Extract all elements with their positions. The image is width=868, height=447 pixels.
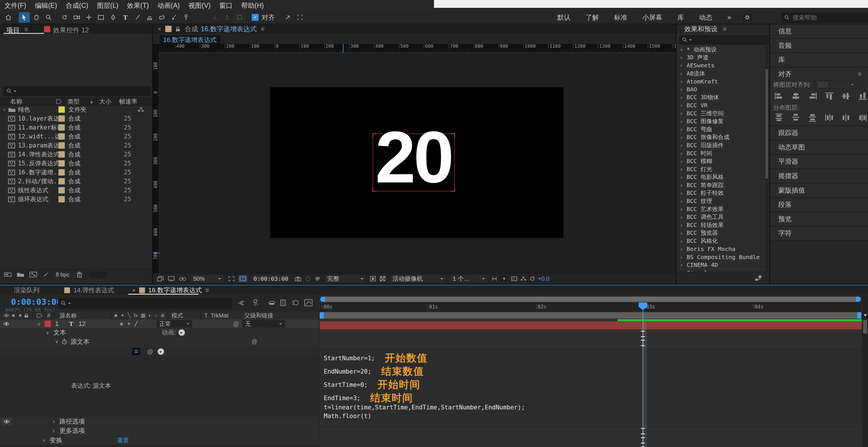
binoculars-icon[interactable]	[179, 277, 186, 281]
align-to-dropdown[interactable]: 选区	[814, 81, 857, 89]
tab-menu-icon[interactable]: ≡	[205, 287, 209, 294]
timeline-search[interactable]	[58, 298, 232, 309]
fast-previews-icon[interactable]	[501, 276, 508, 282]
project-item-row[interactable]: › 2.抖动/摆动... 合成 25	[0, 177, 152, 186]
snap-toggle[interactable]: ✓ 对齐	[252, 13, 275, 22]
disclosure-icon[interactable]: ›	[677, 230, 687, 236]
selection-tool[interactable]	[19, 12, 30, 23]
safe-margins-icon[interactable]	[239, 276, 247, 282]
playhead-line[interactable]	[643, 302, 643, 447]
effect-category-row[interactable]: › BCC 三维空间	[677, 109, 765, 118]
effect-category-row[interactable]: › BCC 时间	[677, 150, 765, 158]
project-item-row[interactable]: › 15.反弹表达式 合成 25	[0, 159, 152, 168]
workspace-gear-icon[interactable]	[742, 13, 752, 22]
project-item-row[interactable]: › 16.数字递增... 合成 25	[0, 168, 152, 177]
effect-category-row[interactable]: › BCC VR	[677, 101, 765, 109]
transform-label[interactable]: 变换	[50, 436, 62, 445]
pickwhip-icon[interactable]: @	[233, 321, 239, 327]
view-layout-dropdown[interactable]: 1 个…	[450, 275, 488, 283]
source-text-row[interactable]: ∨ 源文本 @	[0, 337, 319, 347]
effect-category-row[interactable]: › BCC 弯曲	[677, 126, 765, 134]
align-cursor-icon[interactable]	[282, 12, 293, 23]
effect-category-row[interactable]: › AESweets	[677, 62, 765, 70]
expression-line[interactable]: Math.floor(t)	[324, 413, 381, 419]
disclosure-icon[interactable]: ›	[677, 94, 687, 101]
frame-blend-icon[interactable]	[280, 299, 288, 306]
expression-toggle-row[interactable]: = @ ▸	[0, 346, 319, 357]
preview-time[interactable]: 0:00:03:00	[251, 275, 291, 283]
col-type[interactable]: 类型	[67, 97, 89, 105]
dock-panel-tab[interactable]: 字符	[770, 226, 868, 241]
pan-behind-tool[interactable]	[83, 12, 94, 23]
effect-category-row[interactable]: › Cineplus	[677, 269, 765, 272]
effect-category-row[interactable]: › BCC 灯光	[677, 165, 765, 173]
distribute-left-icon[interactable]	[825, 113, 834, 122]
expression-editor[interactable]: StartNumber=1; 开始数值 EndNumber=20; 结束数值 S…	[319, 347, 862, 424]
disclosure-icon[interactable]: ›	[677, 198, 687, 205]
disclosure-icon[interactable]: ›	[677, 86, 687, 93]
disclosure-icon[interactable]: ›	[43, 437, 45, 444]
effects-search[interactable]	[679, 35, 772, 44]
dock-panel-tab[interactable]: 平滑器	[770, 155, 868, 169]
horizontal-ruler[interactable]: 5004003002001000100200300400500600700800…	[159, 44, 676, 53]
project-item-row[interactable]: › 14.弹性表达式 合成 25	[0, 150, 152, 159]
dock-panel-tab[interactable]: 跟踪器	[770, 126, 868, 140]
workspace-more-icon[interactable]: »	[720, 13, 739, 22]
expression-line[interactable]: t=linear(time,StartTime,EndTime,StartNum…	[324, 404, 535, 411]
timeline-h-scrollbar[interactable]	[320, 297, 861, 302]
disclosure-icon[interactable]: ›	[0, 106, 8, 113]
eye-icon[interactable]	[3, 322, 9, 326]
effect-category-row[interactable]: › BCC 粒子特效	[677, 189, 765, 197]
pickwhip-icon[interactable]: @	[251, 338, 257, 345]
puppet-pin-tool[interactable]	[181, 12, 191, 23]
reset-link[interactable]: 重置	[117, 437, 129, 444]
lock-icon[interactable]	[176, 27, 180, 32]
close-icon[interactable]: ×	[158, 26, 161, 32]
expression-code[interactable]: EndTime=3;	[324, 395, 360, 402]
transform-row[interactable]: › 变换 重置	[0, 436, 319, 446]
label-color[interactable]	[58, 160, 65, 166]
viewer-tab-menu-icon[interactable]: ≡	[261, 25, 265, 33]
project-item-row[interactable]: › 纯色 文件夹	[0, 105, 152, 114]
layer-row[interactable]: ∨ 1 T 12 ♣ ✶ ╱ 正常 @ 无	[0, 319, 319, 328]
sort-asc-icon[interactable]: ▲	[89, 99, 94, 104]
menu-item[interactable]: 文件(F)	[0, 0, 30, 11]
interpret-footage-icon[interactable]	[4, 272, 11, 277]
shy-layers-icon[interactable]	[268, 300, 275, 306]
tab-comp-16[interactable]: 16.数字递增表达式	[148, 286, 202, 295]
exposure-value[interactable]: +0.0	[538, 276, 549, 282]
layer-duration-bar[interactable]	[320, 321, 862, 330]
col-size[interactable]: 大小	[99, 97, 116, 105]
effect-category-row[interactable]: › BCC 模糊	[677, 157, 765, 165]
timeline-v-scrollbar[interactable]	[862, 296, 868, 447]
disclosure-icon[interactable]: ›	[677, 238, 687, 245]
timeline-current-time[interactable]: 0:00:03:00	[11, 297, 62, 307]
effect-category-row[interactable]: › BCC 转场效果	[677, 221, 765, 229]
layer-shy-icon[interactable]: ♣	[120, 321, 123, 327]
effects-search-input[interactable]	[692, 36, 769, 44]
show-snapshot-icon[interactable]	[305, 276, 310, 281]
help-search-input[interactable]	[792, 14, 868, 22]
dock-panel-tab[interactable]: 预览	[770, 212, 868, 227]
dock-panel-tab[interactable]: 库	[770, 53, 868, 67]
effect-category-row[interactable]: › BCC 预览器	[677, 229, 765, 237]
timeline-icon[interactable]	[511, 277, 517, 281]
hand-tool[interactable]	[31, 12, 42, 23]
region-icon[interactable]	[370, 276, 376, 281]
effect-category-row[interactable]: › 3D 声道	[677, 54, 765, 62]
project-item-row[interactable]: › 12.widt...达式 合成 25	[0, 132, 152, 141]
effect-category-row[interactable]: › BCC 抠像和合成	[677, 134, 765, 142]
dock-panel-tab[interactable]: 摇摆器	[770, 169, 868, 184]
time-ruler[interactable]: :00s01s02s03s04s05s	[319, 302, 862, 311]
align-hcenter-icon[interactable]	[791, 92, 801, 100]
layers-icon[interactable]	[157, 276, 163, 281]
type-tool[interactable]: T	[120, 12, 131, 23]
bpc-button[interactable]: 8 bpc	[53, 270, 72, 279]
effect-category-row[interactable]: › BCC 图像修复	[677, 117, 765, 126]
distribute-right-icon[interactable]	[858, 113, 868, 122]
disclosure-icon[interactable]: ›	[677, 134, 687, 141]
layer-name[interactable]: 12	[79, 320, 85, 328]
new-composition-icon[interactable]	[30, 272, 37, 277]
effect-category-row[interactable]: › BCC 简单跟踪	[677, 181, 765, 189]
dock-panel-tab[interactable]: 动态草图	[770, 140, 868, 155]
